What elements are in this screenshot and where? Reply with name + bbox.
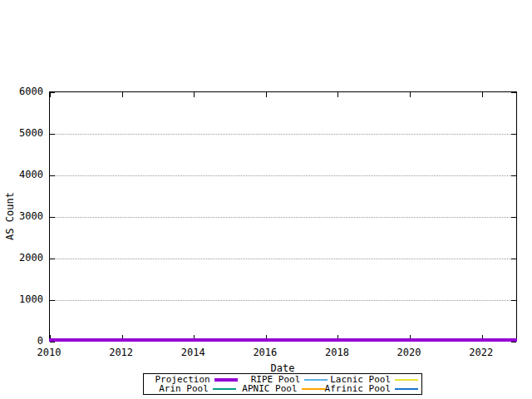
- grid-line: [50, 134, 516, 135]
- legend-item: APNIC Pool: [236, 384, 325, 393]
- y-tick-left: [50, 134, 55, 135]
- legend-item: Arin Pool: [147, 384, 236, 393]
- y-tick-label: 1000: [0, 293, 43, 305]
- x-tick-top: [410, 92, 411, 97]
- y-tick-label: 0: [0, 335, 43, 347]
- y-tick-right: [511, 175, 516, 176]
- y-tick-right: [511, 300, 516, 301]
- grid-line: [50, 175, 516, 176]
- legend-row: Arin PoolAPNIC PoolAfrinic Pool: [147, 384, 418, 393]
- y-tick-right: [511, 134, 516, 135]
- legend-label: APNIC Pool: [242, 384, 297, 393]
- x-tick-top: [50, 92, 51, 97]
- y-tick-right: [511, 259, 516, 259]
- grid-line: [50, 300, 516, 301]
- x-tick-top: [266, 92, 267, 97]
- legend-swatch: [214, 378, 238, 382]
- y-tick-left: [50, 300, 55, 301]
- x-tick-label: 2022: [461, 347, 502, 358]
- x-tick-label: 2012: [101, 347, 142, 358]
- y-tick-left: [50, 259, 55, 259]
- y-tick-right: [511, 217, 516, 218]
- legend-item: Afrinic Pool: [325, 384, 418, 393]
- x-axis-label: Date: [271, 362, 295, 374]
- y-tick-label: 4000: [0, 169, 43, 180]
- chart: AS Count Date ProjectionRIPE PoolLacnic …: [0, 0, 532, 399]
- x-tick-top: [482, 92, 483, 97]
- x-tick-label: 2016: [244, 347, 286, 358]
- y-tick-label: 3000: [0, 210, 43, 222]
- legend-swatch: [213, 388, 236, 390]
- legend-swatch: [304, 379, 328, 381]
- x-tick-label: 2010: [28, 347, 70, 358]
- grid-line: [50, 259, 516, 259]
- legend-swatch: [302, 388, 325, 390]
- y-tick-label: 6000: [0, 86, 43, 97]
- x-tick-label: 2014: [172, 347, 214, 358]
- y-tick-right: [511, 92, 516, 93]
- legend-swatch: [395, 379, 418, 381]
- y-tick-right: [511, 342, 516, 342]
- grid-line: [50, 217, 516, 218]
- x-tick-label: 2018: [316, 347, 357, 358]
- y-tick-label: 2000: [0, 252, 43, 264]
- y-tick-label: 5000: [0, 127, 43, 139]
- x-tick-top: [122, 92, 123, 97]
- y-tick-left: [50, 217, 55, 218]
- series-line-projection: [49, 338, 517, 342]
- legend-swatch: [395, 388, 418, 390]
- plot-area: [49, 91, 517, 341]
- x-tick-top: [194, 92, 195, 97]
- x-tick-top: [337, 92, 338, 97]
- legend-box: ProjectionRIPE PoolLacnic PoolArin PoolA…: [143, 373, 422, 395]
- y-tick-left: [50, 175, 55, 176]
- legend-label: Afrinic Pool: [325, 384, 391, 393]
- legend-label: Arin Pool: [159, 384, 209, 393]
- x-tick-label: 2020: [388, 347, 430, 358]
- y-tick-left: [50, 342, 55, 342]
